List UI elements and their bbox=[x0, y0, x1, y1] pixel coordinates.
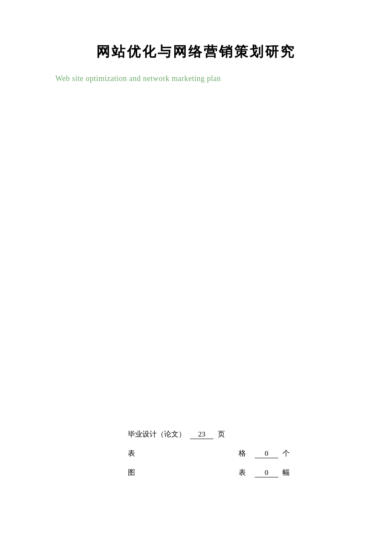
graduation-pages-value: 23 bbox=[190, 430, 213, 439]
graduation-row: 毕业设计（论文） 23 页 bbox=[128, 429, 290, 439]
table-label1: 表 bbox=[128, 448, 145, 458]
figure-label2: 表 bbox=[233, 468, 251, 477]
table-row: 表 格 0 个 bbox=[128, 448, 290, 458]
table-count-value: 0 bbox=[255, 449, 278, 458]
table-label2: 格 bbox=[233, 448, 251, 458]
figure-count-value: 0 bbox=[255, 468, 278, 477]
main-title-english: Web site optimization and network market… bbox=[51, 74, 341, 83]
figure-count-unit: 幅 bbox=[282, 468, 290, 477]
graduation-label: 毕业设计（论文） bbox=[128, 429, 186, 439]
figure-row: 图 表 0 幅 bbox=[128, 468, 290, 477]
main-title-chinese: 网站优化与网络营销策划研究 bbox=[51, 43, 341, 61]
document-metadata: 毕业设计（论文） 23 页 表 格 0 个 图 表 0 幅 bbox=[51, 429, 341, 487]
graduation-pages-unit: 页 bbox=[218, 429, 225, 439]
document-page: 网站优化与网络营销策划研究 Web site optimization and … bbox=[0, 0, 392, 555]
table-count-unit: 个 bbox=[282, 448, 290, 458]
figure-label1: 图 bbox=[128, 468, 145, 477]
